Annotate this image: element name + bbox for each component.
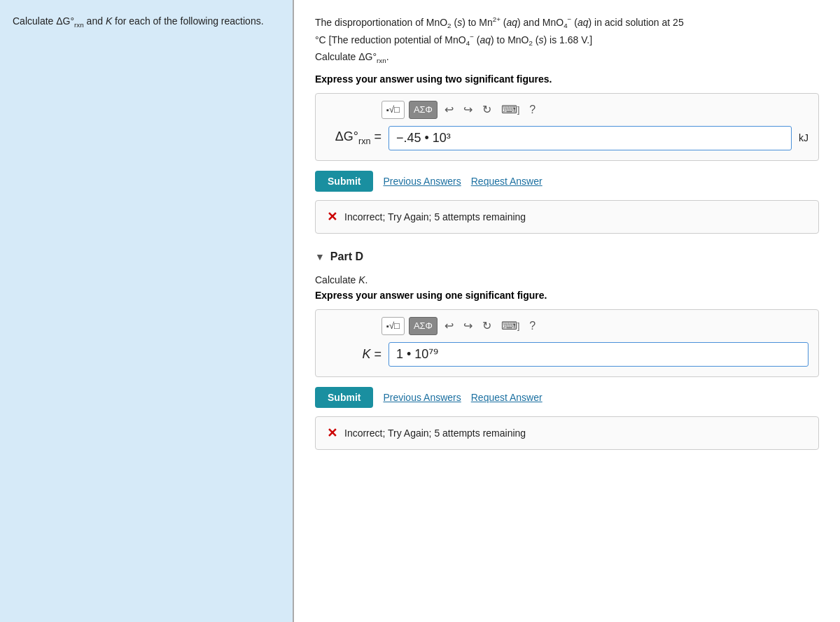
- main-content: The disproportionation of MnO2 (s) to Mn…: [294, 0, 840, 622]
- redo-button-c[interactable]: ↪: [461, 101, 475, 118]
- aze-label-c: ΑΣΦ: [414, 104, 433, 115]
- aze-label-d: ΑΣΦ: [414, 320, 433, 331]
- input-row-d: K =: [326, 342, 808, 367]
- request-answer-button-c[interactable]: Request Answer: [471, 176, 542, 187]
- toolbar-d: ▪ √□ ΑΣΦ ↩ ↪ ↻ ⌨ ] ?: [326, 317, 808, 335]
- feedback-box-d: ✕ Incorrect; Try Again; 5 attempts remai…: [315, 416, 819, 450]
- refresh-icon-d: ↻: [482, 319, 491, 332]
- unit-label-c: kJ: [799, 132, 808, 143]
- request-answer-button-d[interactable]: Request Answer: [471, 392, 542, 403]
- part-d-title: Part D: [330, 250, 363, 263]
- feedback-text-c: Incorrect; Try Again; 5 attempts remaini…: [344, 211, 526, 222]
- toolbar-c: ▪ √□ ΑΣΦ ↩ ↪ ↻ ⌨ ] ?: [326, 101, 808, 119]
- express-answer-c: Express your answer using two significan…: [315, 73, 819, 85]
- refresh-icon-c: ↻: [482, 103, 491, 116]
- answer-input-c[interactable]: [388, 126, 792, 150]
- express-answer-d: Express your answer using one significan…: [315, 290, 819, 301]
- refresh-button-d[interactable]: ↻: [479, 318, 494, 334]
- feedback-box-c: ✕ Incorrect; Try Again; 5 attempts remai…: [315, 200, 819, 234]
- redo-icon-c: ↪: [463, 103, 472, 116]
- answer-input-d[interactable]: [388, 342, 808, 367]
- bracket-d: ]: [517, 321, 519, 331]
- submit-row-d: Submit Previous Answers Request Answer: [315, 387, 819, 408]
- submit-button-d[interactable]: Submit: [315, 387, 373, 408]
- keyboard-icon-d: ⌨: [501, 319, 517, 332]
- keyboard-button-d[interactable]: ⌨ ]: [498, 318, 522, 334]
- aze-button-d[interactable]: ΑΣΦ: [409, 317, 438, 335]
- template-button-c[interactable]: ▪ √□: [382, 101, 405, 119]
- aze-button-c[interactable]: ΑΣΦ: [409, 101, 438, 119]
- template-button-d[interactable]: ▪ √□: [382, 317, 405, 335]
- help-icon-d: ?: [529, 320, 536, 332]
- answer-box-c: ▪ √□ ΑΣΦ ↩ ↪ ↻ ⌨ ] ?: [315, 93, 819, 161]
- undo-icon-d: ↩: [444, 319, 454, 332]
- help-button-d[interactable]: ?: [526, 318, 538, 334]
- incorrect-icon-c: ✕: [327, 209, 337, 225]
- feedback-text-d: Incorrect; Try Again; 5 attempts remaini…: [344, 427, 526, 439]
- keyboard-icon-c: ⌨: [501, 103, 517, 116]
- help-icon-c: ?: [529, 104, 536, 116]
- part-d-header: ▼ Part D: [315, 250, 819, 263]
- undo-button-d[interactable]: ↩: [442, 318, 456, 334]
- calculate-k-label: Calculate K.: [315, 274, 819, 285]
- previous-answers-button-c[interactable]: Previous Answers: [383, 176, 461, 187]
- redo-button-d[interactable]: ↪: [461, 318, 475, 334]
- undo-button-c[interactable]: ↩: [442, 101, 456, 118]
- undo-icon-c: ↩: [444, 103, 454, 116]
- sidebar: Calculate ΔG°rxn and K for each of the f…: [0, 0, 294, 622]
- answer-box-d: ▪ √□ ΑΣΦ ↩ ↪ ↻ ⌨ ] ?: [315, 309, 819, 377]
- keyboard-button-c[interactable]: ⌨ ]: [498, 101, 522, 118]
- redo-icon-d: ↪: [463, 319, 472, 332]
- submit-row-c: Submit Previous Answers Request Answer: [315, 171, 819, 192]
- sidebar-description: Calculate ΔG°rxn and K for each of the f…: [13, 14, 280, 30]
- bracket-c: ]: [517, 105, 519, 115]
- input-row-c: ΔG°rxn = kJ: [326, 126, 808, 150]
- input-label-c: ΔG°rxn =: [326, 129, 382, 146]
- input-label-d: K =: [326, 347, 382, 362]
- submit-button-c[interactable]: Submit: [315, 171, 373, 192]
- refresh-button-c[interactable]: ↻: [479, 101, 494, 118]
- previous-answers-button-d[interactable]: Previous Answers: [383, 392, 461, 403]
- help-button-c[interactable]: ?: [526, 102, 538, 118]
- problem-statement: The disproportionation of MnO2 (s) to Mn…: [315, 14, 819, 66]
- incorrect-icon-d: ✕: [327, 425, 337, 441]
- part-d-toggle[interactable]: ▼: [315, 251, 325, 262]
